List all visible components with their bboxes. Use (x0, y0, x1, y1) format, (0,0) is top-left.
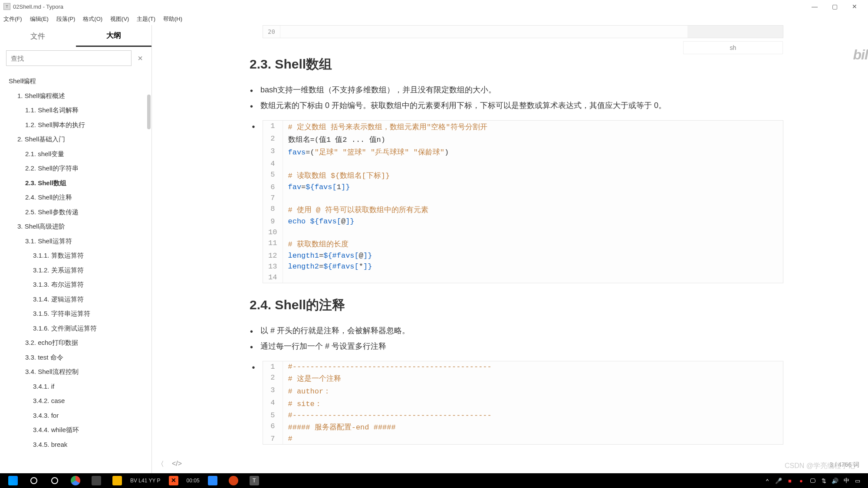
taskbar-app-icon[interactable] (202, 473, 223, 488)
back-button[interactable]: 〈 (157, 460, 164, 469)
outline-item[interactable]: 2.3. Shell数组 (0, 176, 151, 190)
code-line: 8# 使用 @ 符号可以获取数组中的所有元素 (263, 203, 783, 216)
outline-item[interactable]: 1. Shell编程概述 (0, 88, 151, 103)
bilibili-watermark: bilibili (853, 47, 868, 63)
maximize-button[interactable]: ▢ (825, 0, 845, 13)
taskbar-app-icon[interactable] (107, 473, 128, 488)
app-icon: T (3, 3, 10, 10)
window-title: 02Shell.md - Typora (13, 3, 63, 10)
taskbar-app-icon[interactable] (223, 473, 244, 488)
outline-item[interactable]: 3.1.6. 文件测试运算符 (0, 321, 151, 336)
code-block-top: 20 sh (263, 25, 783, 38)
code-line: 4 (263, 158, 783, 169)
menu-theme[interactable]: 主题(T) (137, 15, 155, 23)
code-line: 6fav=${favs[1]} (263, 182, 783, 193)
tab-outline[interactable]: 大纲 (76, 25, 152, 47)
taskbar-search-icon[interactable] (23, 473, 44, 488)
outline-item[interactable]: 3.3. test 命令 (0, 350, 151, 365)
outline-item[interactable]: 3.4.1. if (0, 379, 151, 394)
code-line: 4# site： (263, 397, 783, 410)
tray-mic-icon[interactable]: 🎤 (775, 477, 782, 484)
outline-list: Shell编程1. Shell编程概述1.1. Shell名词解释1.2. Sh… (0, 69, 151, 473)
taskbar-app-icon[interactable]: ✕ (163, 473, 184, 488)
outline-item[interactable]: 3.4.2. case (0, 393, 151, 408)
code-line: 10 (263, 227, 783, 238)
code-line: 6##### 服务器配置-end ##### (263, 421, 783, 433)
tray-record-icon[interactable]: ● (798, 477, 805, 484)
tray-ime-icon[interactable]: 中 (843, 477, 850, 484)
outline-item[interactable]: 1.1. Shell名词解释 (0, 103, 151, 118)
code-line: 14 (263, 272, 783, 283)
tray-network-icon[interactable]: ⇅ (820, 477, 827, 484)
outline-item[interactable]: 3.1.1. 算数运算符 (0, 248, 151, 263)
outline-item[interactable]: 3.4.5. break (0, 437, 151, 452)
outline-item[interactable]: 3.1. Shell运算符 (0, 234, 151, 249)
code-line: 7# (263, 433, 783, 444)
code-line: 7 (263, 193, 783, 203)
outline-item[interactable]: 3.4. Shell流程控制 (0, 364, 151, 379)
heading-2-4: 2.4. Shell的注释 (237, 296, 783, 314)
bullet-item: bash支持一维数组（不支持多维数组），并且没有限定数组的大小。 (260, 82, 783, 98)
word-count[interactable]: 3 / 4766 词 (830, 461, 860, 469)
search-input[interactable] (6, 50, 132, 66)
source-code-toggle[interactable]: </> (172, 460, 182, 469)
taskbar-video-id: BV L41 YY P (128, 478, 163, 484)
outline-item[interactable]: 3.1.3. 布尔运算符 (0, 277, 151, 292)
menu-format[interactable]: 格式(O) (83, 15, 102, 23)
outline-item[interactable]: 2. Shell基础入门 (0, 132, 151, 147)
code-line: 13length2=${#favs[*]} (263, 261, 783, 272)
taskbar-chrome-icon[interactable] (65, 473, 86, 488)
start-button[interactable] (3, 473, 23, 488)
editor[interactable]: 20 sh bilibili 2.3. Shell数组 bash支持一维数组（不… (152, 25, 868, 473)
code-line: 1#--------------------------------------… (263, 361, 783, 372)
code-block-2[interactable]: 1#--------------------------------------… (263, 361, 783, 445)
outline-item[interactable]: 3. Shell高级进阶 (0, 219, 151, 234)
menu-view[interactable]: 视图(V) (110, 15, 129, 23)
outline-item[interactable]: 3.4.4. while循环 (0, 422, 151, 437)
system-tray: ^ 🎤 ■ ● 🖵 ⇅ 🔊 中 ▭ (760, 477, 865, 484)
minimize-button[interactable]: — (805, 0, 825, 13)
menu-help[interactable]: 帮助(H) (163, 15, 182, 23)
code-line: 5# 读取数组 ${数组名[下标]} (263, 169, 783, 182)
outline-item[interactable]: 2.5. Shell参数传递 (0, 205, 151, 219)
outline-item[interactable]: 1.2. Shell脚本的执行 (0, 118, 151, 132)
bullet-item: 数组元素的下标由 0 开始编号。获取数组中的元素要利用下标，下标可以是整数或算术… (260, 98, 783, 113)
tab-file[interactable]: 文件 (0, 25, 76, 47)
code-line: 2数组名=(值1 值2 ... 值n) (263, 133, 783, 146)
tray-volume-icon[interactable]: 🔊 (832, 477, 838, 484)
outline-item[interactable]: 3.4.3. for (0, 408, 151, 423)
code-line: 11# 获取数组的长度 (263, 238, 783, 250)
scrollbar-thumb[interactable] (147, 95, 151, 129)
taskbar-cortana-icon[interactable] (44, 473, 65, 488)
outline-item[interactable]: 3.1.5. 字符串运算符 (0, 306, 151, 321)
outline-item[interactable]: 2.1. shell变量 (0, 147, 151, 161)
taskbar-typora-icon[interactable]: T (244, 473, 265, 488)
heading-2-3: 2.3. Shell数组 (237, 56, 783, 73)
outline-item[interactable]: 3.2. echo打印数据 (0, 335, 151, 350)
outline-item[interactable]: 3.1.2. 关系运算符 (0, 263, 151, 278)
outline-item[interactable]: 3.1.4. 逻辑运算符 (0, 292, 151, 307)
code-line: 9echo ${favs[@]} (263, 216, 783, 227)
tray-notification-icon[interactable]: ▭ (854, 477, 861, 484)
menu-file[interactable]: 文件(F) (3, 15, 22, 23)
taskbar-app-icon[interactable] (86, 473, 107, 488)
outline-item[interactable]: 2.4. Shell的注释 (0, 190, 151, 205)
taskbar: BV L41 YY P ✕ 00:05 T ^ 🎤 ■ ● 🖵 ⇅ 🔊 中 ▭ (0, 473, 868, 488)
tray-up-icon[interactable]: ^ (764, 477, 771, 484)
close-button[interactable]: ✕ (845, 0, 865, 13)
code-line: 2# 这是一个注释 (263, 372, 783, 385)
line-number: 20 (263, 26, 280, 38)
taskbar-time: 00:05 (184, 478, 202, 484)
code-line: 1# 定义数组 括号来表示数组，数组元素用"空格"符号分割开 (263, 121, 783, 133)
menubar: 文件(F) 编辑(E) 段落(P) 格式(O) 视图(V) 主题(T) 帮助(H… (0, 13, 868, 25)
outline-item[interactable]: 2.2. Shell的字符串 (0, 161, 151, 176)
menu-edit[interactable]: 编辑(E) (30, 15, 49, 23)
outline-item[interactable]: Shell编程 (0, 74, 151, 88)
menu-paragraph[interactable]: 段落(P) (56, 15, 75, 23)
code-line: 3favs=("足球" "篮球" "乒乓球球" "保龄球") (263, 146, 783, 158)
code-lang-label[interactable]: sh (683, 41, 783, 54)
clear-icon[interactable]: × (135, 53, 145, 63)
tray-stop-icon[interactable]: ■ (786, 477, 793, 484)
tray-chat-icon[interactable]: 🖵 (809, 477, 816, 484)
code-block-1[interactable]: 1# 定义数组 括号来表示数组，数组元素用"空格"符号分割开2数组名=(值1 值… (263, 120, 783, 283)
